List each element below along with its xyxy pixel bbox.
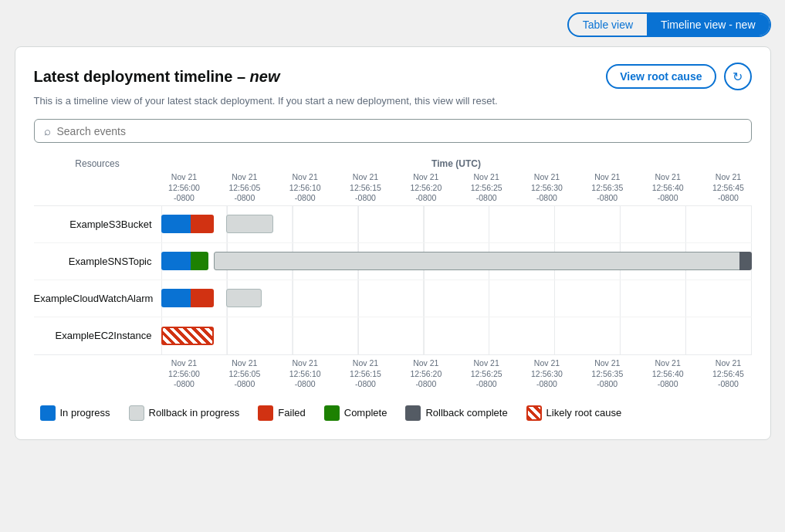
search-icon: ⌕ bbox=[44, 124, 51, 137]
bar-ec2-striped[interactable] bbox=[161, 327, 215, 345]
page-title: Latest deployment timeline – new bbox=[34, 68, 280, 86]
timeline-area: Resources Time (UTC) Nov 2112:56:00-0800… bbox=[34, 158, 752, 390]
time-b9: Nov 2112:56:45-0800 bbox=[705, 358, 751, 390]
main-card: Latest deployment timeline – new View ro… bbox=[15, 46, 771, 440]
legend-box-in-progress bbox=[40, 405, 56, 421]
time-b1: Nov 2112:56:05-0800 bbox=[222, 358, 268, 390]
legend-complete: Complete bbox=[324, 405, 387, 421]
time-b3: Nov 2112:56:15-0800 bbox=[342, 358, 388, 390]
time-b5: Nov 2112:56:25-0800 bbox=[463, 358, 509, 390]
bar-cw-gray[interactable] bbox=[226, 289, 262, 307]
legend-in-progress: In progress bbox=[40, 405, 110, 421]
legend-label-complete: Complete bbox=[344, 407, 387, 418]
bar-sns-green[interactable] bbox=[191, 252, 208, 270]
legend-area: In progress Rollback in progress Failed … bbox=[34, 405, 752, 421]
search-input[interactable] bbox=[57, 125, 742, 137]
resource-name-cw: ExampleCloudWatchAlarm bbox=[34, 293, 161, 304]
timeline-view-button[interactable]: Timeline view - new bbox=[647, 14, 769, 36]
resource-name-s3: ExampleS3Bucket bbox=[34, 219, 161, 230]
time-4: Nov 2112:56:20-0800 bbox=[403, 172, 449, 204]
bar-sns-dark-gray[interactable] bbox=[214, 252, 746, 270]
grid-lines bbox=[161, 317, 752, 354]
time-axis-top: Nov 2112:56:00-0800 Nov 2112:56:05-0800 … bbox=[161, 172, 752, 204]
legend-box-complete bbox=[324, 405, 340, 421]
card-subtitle: This is a timeline view of your latest s… bbox=[34, 95, 752, 107]
time-9: Nov 2112:56:45-0800 bbox=[705, 172, 751, 204]
time-b7: Nov 2112:56:35-0800 bbox=[584, 358, 631, 390]
refresh-icon: ↻ bbox=[733, 69, 743, 84]
time-axis-bottom: Nov 2112:56:00-0800 Nov 2112:56:05-0800 … bbox=[161, 358, 752, 390]
table-row: ExampleS3Bucket bbox=[34, 206, 752, 243]
chart-area: ExampleS3Bucket bbox=[34, 205, 752, 355]
search-bar: ⌕ bbox=[34, 119, 752, 143]
time-b6: Nov 2112:56:30-0800 bbox=[523, 358, 570, 390]
view-root-cause-button[interactable]: View root cause bbox=[606, 64, 716, 89]
bar-sns-blue[interactable] bbox=[161, 252, 191, 270]
legend-box-rollback-in-progress bbox=[129, 405, 144, 421]
legend-box-rollback-complete bbox=[405, 405, 421, 421]
header-actions: View root cause ↻ bbox=[606, 63, 751, 90]
time-0: Nov 2112:56:00-0800 bbox=[161, 172, 208, 204]
legend-label-rollback-in-progress: Rollback in progress bbox=[149, 407, 240, 418]
time-b0: Nov 2112:56:00-0800 bbox=[161, 358, 208, 390]
time-label: Time (UTC) bbox=[161, 158, 752, 171]
table-row: ExampleSNSTopic bbox=[34, 243, 752, 280]
time-6: Nov 2112:56:30-0800 bbox=[523, 172, 570, 204]
time-3: Nov 2112:56:15-0800 bbox=[342, 172, 388, 204]
time-8: Nov 2112:56:40-0800 bbox=[645, 172, 691, 204]
bar-s3-gray[interactable] bbox=[226, 215, 273, 233]
table-row: ExampleEC2Instance bbox=[34, 317, 752, 354]
bar-s3-red[interactable] bbox=[191, 215, 215, 233]
legend-rollback-complete: Rollback complete bbox=[405, 405, 507, 421]
legend-label-likely-root-cause: Likely root cause bbox=[546, 407, 622, 418]
bar-s3-blue[interactable] bbox=[161, 215, 191, 233]
legend-label-rollback-complete: Rollback complete bbox=[425, 407, 507, 418]
gantt-track-sns[interactable] bbox=[161, 243, 752, 280]
time-b2: Nov 2112:56:10-0800 bbox=[282, 358, 328, 390]
bar-cw-red[interactable] bbox=[191, 289, 215, 307]
gantt-track-cw[interactable] bbox=[161, 280, 752, 317]
time-b4: Nov 2112:56:20-0800 bbox=[403, 358, 449, 390]
legend-likely-root-cause: Likely root cause bbox=[526, 405, 622, 421]
time-b8: Nov 2112:56:40-0800 bbox=[645, 358, 691, 390]
table-row: ExampleCloudWatchAlarm bbox=[34, 280, 752, 317]
bar-sns-end[interactable] bbox=[739, 252, 751, 270]
card-header: Latest deployment timeline – new View ro… bbox=[34, 63, 752, 90]
resource-name-sns: ExampleSNSTopic bbox=[34, 256, 161, 267]
legend-failed: Failed bbox=[258, 405, 305, 421]
resources-label: Resources bbox=[34, 158, 161, 171]
bar-cw-blue[interactable] bbox=[161, 289, 191, 307]
legend-box-failed bbox=[258, 405, 273, 421]
time-5: Nov 2112:56:25-0800 bbox=[463, 172, 509, 204]
top-bar: Table view Timeline view - new bbox=[15, 12, 771, 37]
gantt-track-ec2[interactable] bbox=[161, 317, 752, 354]
legend-label-in-progress: In progress bbox=[60, 407, 110, 418]
time-2: Nov 2112:56:10-0800 bbox=[282, 172, 328, 204]
refresh-button[interactable]: ↻ bbox=[724, 63, 752, 90]
time-1: Nov 2112:56:05-0800 bbox=[222, 172, 268, 204]
legend-rollback-in-progress: Rollback in progress bbox=[129, 405, 240, 421]
view-toggle: Table view Timeline view - new bbox=[567, 12, 771, 37]
legend-label-failed: Failed bbox=[278, 407, 305, 418]
gantt-track-s3[interactable] bbox=[161, 206, 752, 242]
legend-box-likely-root-cause bbox=[526, 405, 542, 421]
resource-name-ec2: ExampleEC2Instance bbox=[34, 330, 161, 341]
table-view-button[interactable]: Table view bbox=[569, 14, 647, 36]
time-7: Nov 2112:56:35-0800 bbox=[584, 172, 631, 204]
